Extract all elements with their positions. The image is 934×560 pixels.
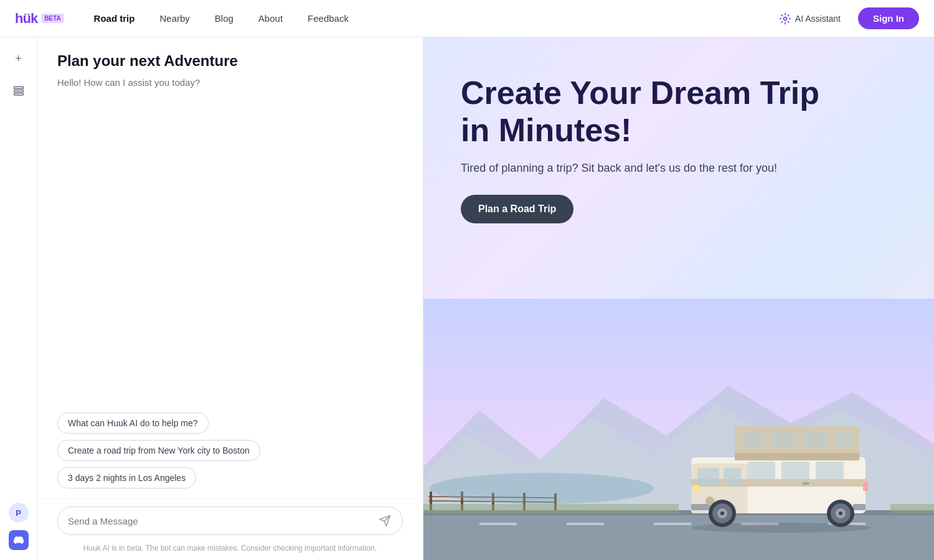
hero-image: [423, 299, 934, 560]
chat-messages: [37, 98, 423, 408]
profile-avatar[interactable]: P: [9, 503, 29, 523]
svg-rect-11: [479, 523, 517, 525]
svg-rect-30: [747, 462, 775, 480]
ai-assistant-label: AI Assistant: [795, 14, 841, 24]
svg-rect-53: [423, 504, 679, 513]
svg-rect-26: [735, 453, 859, 460]
navbar-right: AI Assistant Sign In: [771, 7, 919, 29]
beta-badge: BETA: [41, 14, 64, 23]
main-content: + P Plan your next Adventure Hello! How …: [0, 37, 934, 560]
hero-panel: Create Your Dream Trip in Minutes! Tired…: [423, 37, 934, 560]
svg-point-40: [692, 485, 700, 492]
suggestion-chip-1[interactable]: What can Huuk AI do to help me?: [57, 413, 209, 434]
chat-title: Plan your next Adventure: [57, 52, 403, 70]
nav-about[interactable]: About: [248, 8, 293, 29]
suggestion-chip-3[interactable]: 3 days 2 nights in Los Angeles: [57, 467, 196, 488]
ai-icon: [779, 12, 791, 25]
ai-assistant-button[interactable]: AI Assistant: [771, 9, 848, 29]
sidebar-bottom: P: [9, 503, 29, 550]
chat-disclaimer: Huuk AI is in beta. The bot can make mis…: [37, 540, 423, 560]
hero-title: Create Your Dream Trip in Minutes!: [461, 75, 822, 149]
suggestion-chip-2[interactable]: Create a road trip from New York city to…: [57, 440, 260, 461]
sign-in-button[interactable]: Sign In: [858, 7, 919, 29]
nav-blog[interactable]: Blog: [205, 8, 243, 29]
svg-rect-54: [890, 504, 934, 513]
send-button[interactable]: [377, 513, 392, 528]
svg-rect-34: [772, 432, 797, 448]
svg-rect-3: [14, 93, 23, 95]
chat-subtitle: Hello! How can I assist you today?: [57, 77, 403, 88]
svg-rect-39: [853, 504, 866, 510]
chat-input-area: [37, 498, 423, 540]
plus-icon: +: [15, 52, 22, 65]
svg-point-50: [839, 511, 842, 515]
hero-subtitle: Tired of planning a trip? Sit back and l…: [461, 162, 797, 175]
history-icon: [13, 85, 24, 96]
svg-rect-9: [423, 510, 934, 560]
van-scene: [423, 299, 934, 560]
chat-input-wrapper: [57, 506, 403, 535]
svg-rect-35: [803, 432, 828, 448]
svg-rect-12: [567, 523, 604, 525]
new-chat-button[interactable]: +: [7, 47, 30, 70]
nav-feedback[interactable]: Feedback: [298, 8, 359, 29]
svg-rect-33: [741, 432, 766, 448]
svg-rect-41: [863, 482, 868, 491]
logo-text: hük: [15, 11, 37, 27]
svg-point-0: [783, 17, 786, 20]
svg-rect-28: [697, 468, 719, 485]
navbar-links: Road trip Nearby Blog About Feedback: [84, 8, 771, 29]
svg-point-46: [720, 511, 724, 515]
sidebar: + P: [0, 37, 37, 560]
chat-suggestions: What can Huuk AI do to help me? Create a…: [37, 408, 423, 498]
svg-rect-29: [724, 468, 741, 485]
chat-header: Plan your next Adventure Hello! How can …: [37, 37, 423, 98]
svg-rect-1: [14, 86, 23, 88]
logo[interactable]: hük BETA: [15, 11, 64, 27]
svg-point-51: [691, 523, 872, 533]
nav-road-trip[interactable]: Road trip: [84, 8, 145, 29]
svg-rect-2: [14, 90, 23, 92]
svg-rect-32: [816, 462, 844, 480]
svg-rect-31: [781, 462, 809, 480]
navbar: hük BETA Road trip Nearby Blog About Fee…: [0, 0, 934, 37]
hero-cta-button[interactable]: Plan a Road Trip: [461, 195, 573, 223]
chat-area: Plan your next Adventure Hello! How can …: [37, 37, 423, 560]
svg-point-52: [430, 473, 654, 504]
discord-icon: [14, 535, 24, 545]
send-icon: [379, 515, 391, 527]
history-button[interactable]: [7, 80, 30, 102]
discord-button[interactable]: [9, 530, 29, 550]
svg-rect-36: [834, 432, 853, 448]
chat-input[interactable]: [68, 516, 377, 526]
nav-nearby[interactable]: Nearby: [149, 8, 199, 29]
svg-rect-13: [654, 523, 691, 525]
svg-rect-37: [802, 482, 809, 485]
